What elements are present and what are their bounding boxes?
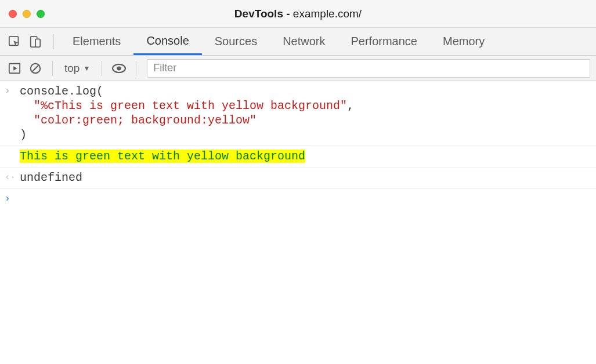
tab-network[interactable]: Network [270,28,338,55]
console-toolbar-divider-3 [136,61,136,76]
code-close: ) [20,128,27,141]
window-title: DevTools - example.com/ [234,8,362,20]
live-expression-icon[interactable] [110,60,128,77]
svg-rect-2 [35,39,40,47]
svg-point-8 [117,66,121,70]
styled-log-text: This is green text with yellow backgroun… [20,150,305,163]
console-output-row: This is green text with yellow backgroun… [0,146,596,168]
console-output-area: › console.log( "%cThis is green text wit… [0,81,596,208]
tab-console[interactable]: Console [133,28,201,55]
clear-console-icon[interactable] [27,60,44,77]
output-gutter [5,149,20,150]
console-toolbar: top ▼ [0,56,596,81]
svg-line-6 [32,64,39,72]
execution-context-selector[interactable]: top ▼ [61,62,93,75]
console-input-row: › console.log( "%cThis is green text wit… [0,81,596,146]
console-prompt-row: › [0,189,596,208]
window-title-host: example.com/ [293,8,362,20]
devtools-tabbar: Elements Console Sources Network Perform… [0,28,596,56]
prompt-chevron-icon: › [5,192,20,205]
execution-context-label: top [64,62,80,75]
window-close-button[interactable] [9,10,17,18]
console-output-content[interactable]: This is green text with yellow backgroun… [20,149,591,163]
window-controls [0,10,45,18]
code-fn: console.log [20,85,96,98]
return-chevron-icon: ‹· [5,170,20,183]
toggle-sidebar-icon[interactable] [6,60,23,77]
console-toolbar-divider-2 [102,61,102,76]
tab-memory[interactable]: Memory [430,28,497,55]
tab-sources[interactable]: Sources [202,28,270,55]
code-arg1: "%cThis is green text with yellow backgr… [34,99,347,112]
code-comma: , [347,99,354,112]
toggle-device-icon[interactable] [27,33,44,50]
window-titlebar: DevTools - example.com/ [0,0,596,28]
code-open: ( [96,85,103,98]
tab-performance[interactable]: Performance [338,28,431,55]
inspect-element-icon[interactable] [6,33,23,50]
window-minimize-button[interactable] [23,10,31,18]
main-tabs: Elements Console Sources Network Perform… [60,28,497,55]
window-maximize-button[interactable] [37,10,45,18]
console-input-code[interactable]: console.log( "%cThis is green text with … [20,84,591,142]
dropdown-triangle-icon: ▼ [83,64,90,72]
console-return-value[interactable]: undefined [20,170,591,185]
window-title-prefix: DevTools - [234,8,293,20]
tabbar-divider [53,34,54,49]
console-filter-input[interactable] [147,59,590,78]
code-arg2: "color:green; background:yellow" [34,114,257,127]
svg-marker-4 [13,66,17,70]
input-chevron-icon: › [5,84,20,97]
tab-elements[interactable]: Elements [60,28,133,55]
console-toolbar-divider-1 [52,61,53,76]
console-return-row: ‹· undefined [0,168,596,189]
